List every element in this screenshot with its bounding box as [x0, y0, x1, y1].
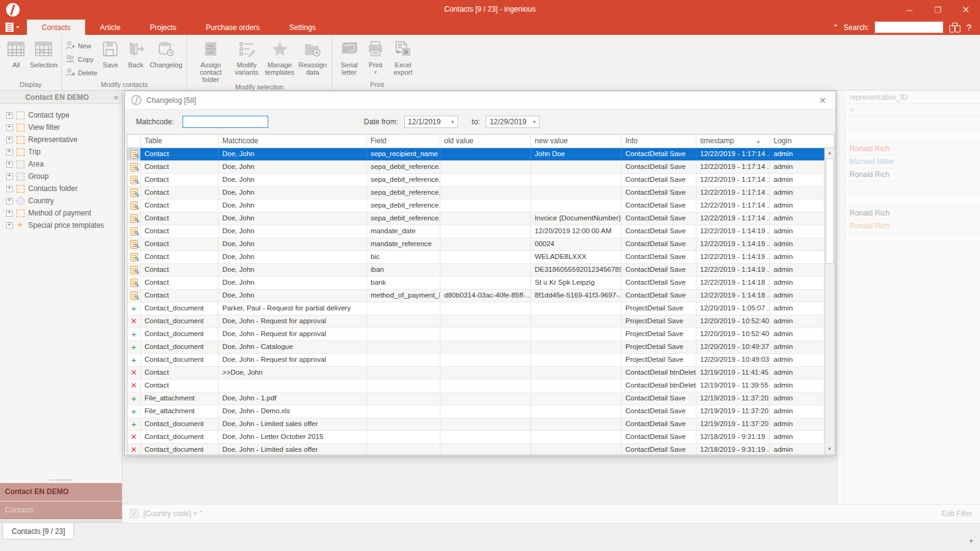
sidebar-item-special-price-templates[interactable]: Special price templates: [0, 219, 122, 231]
cell-old: [440, 380, 531, 392]
sidebar-item-view-filter[interactable]: View filter: [0, 121, 122, 133]
tab-contacts-bottom[interactable]: Contacts [9 / 23]: [2, 523, 74, 539]
table-row[interactable]: +File_attachmentDoe, John - 1.pdfContact…: [127, 392, 824, 405]
tab-article[interactable]: Article: [85, 20, 135, 35]
table-row[interactable]: ✕ContactContactDetail btnDelete12/19/201…: [127, 380, 824, 392]
vertical-scrollbar[interactable]: ▲ ▼: [824, 148, 834, 454]
table-row[interactable]: ContactDoe, JohnibanDE318605559201234567…: [127, 264, 824, 277]
maximize-button[interactable]: ❐: [924, 0, 952, 20]
save-button[interactable]: Save: [99, 37, 123, 69]
sidebar-item-method-of-payment[interactable]: Method of payment: [0, 207, 122, 219]
collapse-ribbon-icon[interactable]: [832, 24, 838, 30]
tab-purchase-orders[interactable]: Purchase orders: [191, 20, 274, 35]
close-button[interactable]: ✕: [952, 0, 980, 20]
edit-filter-button[interactable]: Edit Filter: [941, 509, 973, 518]
table-row[interactable]: +File_attachmentDoe, John - Demo.xlsCont…: [127, 405, 824, 418]
expand-icon[interactable]: [6, 186, 13, 192]
table-row[interactable]: ContactDoe, Johnmethod_of_payment_IDd80b…: [127, 290, 824, 302]
column-header-timestamp[interactable]: timestamp▼: [696, 135, 770, 148]
tab-projects[interactable]: Projects: [135, 20, 191, 35]
scroll-up-icon[interactable]: ▲: [825, 148, 834, 158]
collapse-sidebar-icon[interactable]: «: [114, 93, 122, 102]
expand-icon[interactable]: [6, 222, 13, 229]
table-row[interactable]: ContactDoe, JohnbicWELADE8LXXXContactDet…: [127, 251, 824, 264]
print-button[interactable]: Print ▼: [364, 37, 387, 77]
reassign-data-button[interactable]: Reassign data: [298, 37, 328, 76]
sidebar-item-country[interactable]: Country: [0, 195, 122, 207]
table-row[interactable]: ContactDoe, Johnmandate_reference00024Co…: [127, 238, 824, 251]
app-menu-button[interactable]: [0, 20, 24, 35]
expand-icon[interactable]: [6, 149, 13, 156]
search-input[interactable]: [875, 21, 943, 33]
cell-table: Contact_document: [141, 431, 219, 443]
column-header-matchcode[interactable]: Matchcode: [219, 135, 367, 148]
sidebar-item-trip[interactable]: Trip: [0, 146, 122, 158]
table-row[interactable]: ✕Contact_documentDoe, John - Letter Octo…: [127, 431, 824, 444]
table-row[interactable]: ContactDoe, Johnsepa_debit_reference...C…: [127, 187, 824, 200]
scrollbar-thumb[interactable]: [826, 159, 834, 264]
column-header-info[interactable]: Info: [622, 135, 696, 148]
column-header-table[interactable]: Table: [141, 135, 219, 148]
table-row[interactable]: ContactDoe, Johnsepa_debit_reference...I…: [127, 212, 824, 225]
table-row[interactable]: ContactDoe, Johnsepa_debit_reference...C…: [127, 174, 824, 187]
table-row[interactable]: ContactDoe, Johnsepa_recipient_nameJohn …: [127, 148, 824, 161]
expand-icon[interactable]: [6, 161, 13, 168]
table-row[interactable]: ContactDoe, Johnsepa_debit_reference...C…: [127, 200, 824, 212]
table-row[interactable]: ✕Contact>>Doe, JohnContactDetail btnDele…: [127, 367, 824, 380]
table-row[interactable]: +Contact_documentDoe, John - Request for…: [127, 354, 824, 367]
table-row[interactable]: ContactDoe, Johnmandate_date12/20/2019 1…: [127, 225, 824, 238]
table-row[interactable]: ✕Contact_documentDoe, John - Limited sal…: [127, 444, 824, 454]
expand-icon[interactable]: [6, 173, 13, 180]
new-button[interactable]: New: [66, 40, 97, 51]
copy-button[interactable]: Copy: [66, 54, 97, 64]
tab-contacts[interactable]: Contacts: [27, 20, 85, 35]
minimize-button[interactable]: ─: [895, 0, 924, 20]
back-button[interactable]: Back: [124, 37, 148, 69]
panel-contacts[interactable]: Contacts: [0, 501, 122, 519]
expand-icon[interactable]: [6, 198, 13, 204]
date-from-picker[interactable]: 12/1/2019 ▼: [404, 116, 458, 128]
column-header-old-value[interactable]: old value: [440, 135, 531, 148]
changelog-button[interactable]: Changelog: [149, 37, 183, 69]
assign-contact-folder-button[interactable]: Assign contact folder: [191, 37, 230, 83]
table-row[interactable]: ContactDoe, Johnsepa_debit_reference...C…: [127, 161, 824, 174]
table-row[interactable]: +Contact_documentDoe, John - Limited sal…: [127, 418, 824, 431]
manage-templates-button[interactable]: Manage templates: [263, 37, 296, 76]
sidebar-item-contacts-folder[interactable]: Contacts folder: [0, 182, 122, 195]
delete-button[interactable]: Delete: [66, 67, 97, 78]
dialog-close-icon[interactable]: ✕: [816, 96, 829, 105]
panel-contact-en-demo[interactable]: Contact EN DEMO: [0, 483, 122, 501]
table-row[interactable]: +Contact_documentDoe, John - Request for…: [127, 328, 824, 341]
modify-variants-button[interactable]: Modify variants: [232, 37, 262, 76]
help-icon[interactable]: ?: [967, 22, 971, 32]
table-row[interactable]: ContactDoe, JohnbankSt u Kr Spk LeipzigC…: [127, 277, 824, 290]
selection-button[interactable]: Selection: [30, 37, 58, 69]
expand-icon[interactable]: [6, 112, 13, 119]
excel-export-button[interactable]: Excel export: [388, 37, 418, 76]
table-row[interactable]: +Contact_documentParker, Paul - Request …: [127, 302, 824, 315]
table-row[interactable]: ✕Contact_documentDoe, John - Request for…: [127, 315, 824, 328]
sidebar-header[interactable]: Contact EN DEMO «: [0, 91, 122, 104]
tab-settings[interactable]: Settings: [274, 20, 330, 35]
expand-icon[interactable]: [6, 210, 13, 217]
expand-icon[interactable]: [6, 124, 13, 131]
matchcode-input[interactable]: [183, 116, 268, 128]
column-header-login[interactable]: Login: [770, 135, 834, 148]
expand-icon[interactable]: [6, 137, 13, 143]
column-header-blank[interactable]: [127, 135, 141, 148]
sidebar-item-area[interactable]: Area: [0, 158, 122, 170]
sidebar-item-representative[interactable]: Representative: [0, 133, 122, 146]
serial-letter-button[interactable]: Serial letter: [336, 37, 363, 76]
filter-checkbox[interactable]: ✓: [130, 509, 138, 518]
scroll-down-icon[interactable]: ▼: [825, 444, 834, 454]
date-to-picker[interactable]: 12/29/2019 ▼: [486, 116, 540, 128]
sidebar-item-group[interactable]: Group: [0, 170, 122, 182]
all-button[interactable]: All: [4, 37, 29, 69]
table-row[interactable]: +Contact_documentDoe, John - CataloguePr…: [127, 341, 824, 354]
binoculars-icon[interactable]: [949, 23, 961, 32]
chevron-down-icon[interactable]: ▼: [968, 538, 974, 544]
splitter-handle[interactable]: [0, 478, 122, 482]
sidebar-item-contact-type[interactable]: Contact type: [0, 109, 122, 121]
column-header-new-value[interactable]: new value: [531, 135, 622, 148]
column-header-field[interactable]: Field: [367, 135, 440, 148]
